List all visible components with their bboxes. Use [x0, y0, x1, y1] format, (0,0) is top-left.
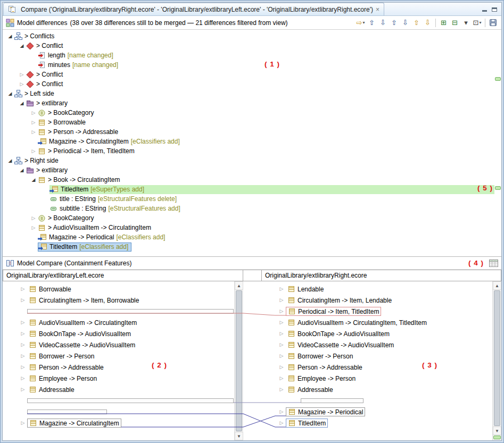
diff-tree-row[interactable]: ◢> Conflicts: [3, 31, 494, 41]
scroll-down-icon[interactable]: ▼: [235, 432, 243, 440]
expand-arrow-icon[interactable]: ▷: [19, 295, 27, 306]
compare-tree-row-left[interactable]: [3, 395, 234, 406]
expand-arrow-icon[interactable]: ▷: [29, 108, 38, 118]
expand-arrow-icon[interactable]: ▷: [19, 350, 27, 362]
previous-difference-button[interactable]: ⇧: [389, 18, 399, 28]
compare-tree-row-left[interactable]: ▷AudioVisualItem -> CirculatingItem: [3, 317, 234, 328]
diff-tree-row[interactable]: ▷> Periodical -> Item, TitledItem: [3, 146, 494, 156]
expand-arrow-icon[interactable]: ▷: [277, 350, 286, 362]
compare-tree-row-right[interactable]: ▷AudioVisualItem -> CirculatingItem, Tit…: [261, 317, 492, 328]
compare-tree-row-right[interactable]: ▷Addressable: [261, 384, 492, 395]
diff-tree-row[interactable]: ◢> extlibrary: [3, 165, 494, 175]
expand-arrow-icon[interactable]: ▷: [19, 339, 27, 350]
maximize-icon[interactable]: [491, 6, 498, 12]
compare-tree-row-right[interactable]: ▷BookOnTape -> AudioVisualItem: [261, 328, 492, 339]
previous-annotated-difference-button[interactable]: ⇧: [367, 18, 377, 28]
diff-tree-row[interactable]: ▷> Conflict: [3, 79, 494, 89]
scroll-down-icon[interactable]: ▼: [493, 427, 501, 435]
compare-tree-row-right[interactable]: ▷TitledItem: [261, 417, 492, 429]
copy-all-to-left-button[interactable]: ⇧: [411, 18, 422, 28]
table-view-icon[interactable]: [489, 260, 498, 267]
compare-tree-row-right[interactable]: ▷Magazine -> Periodical: [261, 406, 492, 417]
right-vertical-scrollbar[interactable]: ▲ ▼: [492, 281, 501, 440]
expand-arrow-icon[interactable]: ▷: [29, 127, 38, 137]
compare-tree-row-left[interactable]: ▷BookOnTape -> AudioVisualItem: [3, 328, 234, 339]
collapse-arrow-icon[interactable]: ◢: [6, 156, 14, 165]
compare-tree-row-left[interactable]: ▷VideoCassette -> AudioVisualItem: [3, 339, 234, 350]
diff-tree-row[interactable]: ◢> extlibrary: [3, 98, 494, 108]
compare-tree-row-right[interactable]: ▷VideoCassette -> AudioVisualItem: [261, 339, 492, 350]
compare-tree-row-left[interactable]: [3, 306, 234, 317]
expand-arrow-icon[interactable]: ▷: [277, 295, 286, 306]
compare-tree-row-left[interactable]: [3, 406, 234, 417]
collapse-all-button[interactable]: ⊟: [450, 18, 460, 28]
diff-tree-row[interactable]: Magazine -> CirculatingItem[eClassifiers…: [3, 137, 494, 146]
expand-arrow-icon[interactable]: ▷: [277, 306, 286, 317]
diff-tree-row[interactable]: title : EString[eStructuralFeatures dele…: [3, 194, 494, 204]
compare-tree-row-right[interactable]: ▷Person -> Addressable: [261, 362, 492, 373]
diff-tree-row[interactable]: ◢> Right side: [3, 156, 494, 165]
expand-arrow-icon[interactable]: ▷: [29, 223, 38, 232]
save-model-button[interactable]: [488, 18, 498, 28]
collapse-arrow-icon[interactable]: ◢: [18, 165, 26, 175]
diff-tree-row[interactable]: ▷> BookCategory: [3, 213, 494, 223]
scroll-up-icon[interactable]: ▲: [493, 281, 501, 290]
expand-arrow-icon[interactable]: ▷: [19, 283, 27, 295]
diff-tree-row[interactable]: minutes[name changed]: [3, 60, 494, 70]
expand-arrow-icon[interactable]: ▷: [277, 283, 286, 295]
expand-arrow-icon[interactable]: ▷: [277, 328, 286, 339]
expand-arrow-icon[interactable]: ▷: [18, 79, 26, 89]
compare-tree-row-right[interactable]: ▷Lendable: [261, 283, 492, 295]
compare-tree-row-right[interactable]: ▷CirculatingItem -> Item, Lendable: [261, 295, 492, 306]
diff-tree-row[interactable]: ◢> Left side: [3, 89, 494, 98]
group-menu-button[interactable]: ⊡▾: [472, 18, 482, 28]
compare-tree-row-right[interactable]: ▷Employee -> Person: [261, 373, 492, 384]
expand-arrow-icon[interactable]: ▷: [277, 384, 286, 395]
expand-arrow-icon[interactable]: ▷: [19, 417, 27, 429]
diff-tree-row[interactable]: ◢> Conflict: [3, 41, 494, 51]
compare-tree-row-right[interactable]: [261, 395, 492, 406]
expand-arrow-icon[interactable]: ▷: [277, 339, 286, 350]
compare-tree-row-left[interactable]: ▷Employee -> Person: [3, 373, 234, 384]
compare-tree-row-left[interactable]: ▷Magazine -> CirculatingItem: [3, 417, 234, 429]
diff-tree-row[interactable]: TitledItem[eClassifiers add]: [3, 242, 494, 252]
expand-arrow-icon[interactable]: ▷: [29, 146, 38, 156]
diff-tree-row[interactable]: ▷> Conflict: [3, 70, 494, 79]
expand-arrow-icon[interactable]: ▷: [277, 362, 286, 373]
compare-tree-row-right[interactable]: ▷Borrower -> Person: [261, 350, 492, 362]
diff-tree-row[interactable]: ▷> BookCategory: [3, 108, 494, 118]
overview-ruler-mark[interactable]: [495, 186, 501, 190]
overview-ruler-mark[interactable]: [495, 77, 501, 81]
copy-all-to-right-button[interactable]: ⇩: [423, 18, 433, 28]
expand-all-button[interactable]: ⊞: [439, 18, 449, 28]
filter-menu-button[interactable]: ▾: [461, 18, 471, 28]
expand-arrow-icon[interactable]: ▷: [277, 317, 286, 328]
scrollbar-thumb[interactable]: [236, 290, 242, 431]
collapse-arrow-icon[interactable]: ◢: [18, 98, 26, 108]
compare-tree-row-left[interactable]: ▷Addressable: [3, 384, 234, 395]
next-unresolved-difference-button[interactable]: ⇨▾: [356, 18, 366, 28]
expand-arrow-icon[interactable]: ▷: [277, 417, 286, 429]
expand-arrow-icon[interactable]: ▷: [19, 362, 27, 373]
next-difference-button[interactable]: ⇩: [400, 18, 410, 28]
collapse-arrow-icon[interactable]: ◢: [6, 89, 14, 98]
minimize-icon[interactable]: [481, 6, 488, 12]
diff-tree-row[interactable]: Magazine -> Periodical[eClassifiers add]: [3, 232, 494, 242]
scrollbar-thumb[interactable]: [494, 290, 500, 426]
collapse-arrow-icon[interactable]: ◢: [6, 31, 14, 41]
compare-tree-row-left[interactable]: ▷Borrower -> Person: [3, 350, 234, 362]
compare-tree-row-left[interactable]: ▷CirculatingItem -> Item, Borrowable: [3, 295, 234, 306]
scroll-up-icon[interactable]: ▲: [235, 281, 243, 290]
overview-ruler-mark[interactable]: [493, 436, 501, 439]
collapse-arrow-icon[interactable]: ◢: [18, 41, 26, 51]
compare-tree-row-right[interactable]: ▷Periodical -> Item, TitledItem: [261, 306, 492, 317]
compare-editor-tab[interactable]: Compare ('OriginalLibrary/extlibraryRigh…: [3, 3, 384, 15]
diff-tree-row[interactable]: ▷> AudioVisualItem -> CirculatingItem: [3, 223, 494, 232]
next-annotated-difference-button[interactable]: ⇩: [378, 18, 388, 28]
expand-arrow-icon[interactable]: ▷: [18, 70, 26, 79]
diff-tree-row[interactable]: ▷> Person -> Addressable: [3, 127, 494, 137]
compare-tree-row-left[interactable]: ▷Borrowable: [3, 283, 234, 295]
diff-tree-row[interactable]: TitledItem[eSuperTypes add]: [3, 185, 494, 194]
expand-arrow-icon[interactable]: ▷: [19, 384, 27, 395]
diff-tree-row[interactable]: ▷> Borrowable: [3, 118, 494, 127]
